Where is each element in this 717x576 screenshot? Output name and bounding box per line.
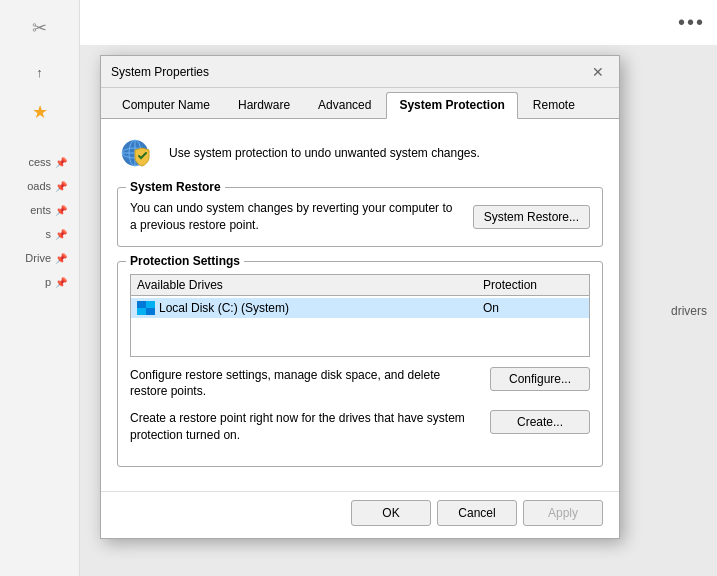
col-protection-header: Protection bbox=[483, 278, 583, 292]
tab-advanced[interactable]: Advanced bbox=[305, 92, 384, 118]
table-row[interactable]: Local Disk (C:) (System) On bbox=[131, 298, 589, 318]
up-nav-button[interactable]: ↑ bbox=[22, 54, 58, 90]
configure-description: Configure restore settings, manage disk … bbox=[130, 367, 478, 401]
configure-button[interactable]: Configure... bbox=[490, 367, 590, 391]
sidebar-item-4[interactable]: Drive 📌 bbox=[8, 250, 71, 266]
drive-icon bbox=[137, 301, 155, 315]
cancel-button[interactable]: Cancel bbox=[437, 500, 517, 526]
sidebar-items: cess 📌 oads 📌 ents 📌 s 📌 Drive 📌 p 📌 bbox=[0, 154, 79, 290]
protection-settings-legend: Protection Settings bbox=[126, 254, 244, 268]
tab-system-protection[interactable]: System Protection bbox=[386, 92, 517, 119]
content-top-bar: ••• bbox=[80, 0, 717, 45]
tab-computer-name[interactable]: Computer Name bbox=[109, 92, 223, 118]
drive-name: Local Disk (C:) (System) bbox=[159, 301, 483, 315]
sidebar-item-3[interactable]: s 📌 bbox=[8, 226, 71, 242]
sidebar-item-label-0: cess bbox=[28, 156, 51, 168]
content-area: ••• drivers System Properties ✕ Computer… bbox=[80, 0, 717, 576]
system-protection-icon bbox=[119, 135, 155, 171]
sidebar-item-label-4: Drive bbox=[25, 252, 51, 264]
dialog-titlebar: System Properties ✕ bbox=[101, 56, 619, 88]
system-restore-description: You can undo system changes by reverting… bbox=[130, 200, 461, 234]
sidebar-item-1[interactable]: oads 📌 bbox=[8, 178, 71, 194]
scissors-icon: ✂ bbox=[22, 10, 58, 46]
dots-menu-button[interactable]: ••• bbox=[678, 11, 705, 34]
sidebar: ✂ ↑ ★ cess 📌 oads 📌 ents 📌 s 📌 Drive 📌 p… bbox=[0, 0, 80, 576]
protection-table-header: Available Drives Protection bbox=[131, 275, 589, 296]
sidebar-item-label-3: s bbox=[46, 228, 52, 240]
dialog-tabs: Computer Name Hardware Advanced System P… bbox=[101, 88, 619, 119]
dialog-footer: OK Cancel Apply bbox=[101, 491, 619, 538]
star-button[interactable]: ★ bbox=[22, 94, 58, 130]
sidebar-item-label-2: ents bbox=[30, 204, 51, 216]
sidebar-item-2[interactable]: ents 📌 bbox=[8, 202, 71, 218]
pin-icon-2: 📌 bbox=[55, 205, 67, 216]
configure-action-row: Configure restore settings, manage disk … bbox=[130, 367, 590, 401]
create-button[interactable]: Create... bbox=[490, 410, 590, 434]
dialog-title: System Properties bbox=[111, 65, 209, 79]
svg-rect-7 bbox=[137, 308, 146, 315]
dialog-body: Use system protection to undo unwanted s… bbox=[101, 119, 619, 491]
pin-icon-3: 📌 bbox=[55, 229, 67, 240]
dialog-header-description: Use system protection to undo unwanted s… bbox=[169, 146, 480, 160]
system-restore-group: System Restore You can undo system chang… bbox=[117, 187, 603, 247]
pin-icon-0: 📌 bbox=[55, 157, 67, 168]
shield-icon-wrapper bbox=[117, 133, 157, 173]
pin-icon-1: 📌 bbox=[55, 181, 67, 192]
protection-table-body: Local Disk (C:) (System) On bbox=[131, 296, 589, 356]
system-restore-legend: System Restore bbox=[126, 180, 225, 194]
dialog-header-section: Use system protection to undo unwanted s… bbox=[117, 133, 603, 173]
col-drive-header: Available Drives bbox=[137, 278, 483, 292]
tab-hardware[interactable]: Hardware bbox=[225, 92, 303, 118]
sidebar-item-label-5: p bbox=[45, 276, 51, 288]
sidebar-item-5[interactable]: p 📌 bbox=[8, 274, 71, 290]
dialog-close-button[interactable]: ✕ bbox=[587, 61, 609, 83]
create-action-row: Create a restore point right now for the… bbox=[130, 410, 590, 444]
pin-icon-5: 📌 bbox=[55, 277, 67, 288]
system-properties-dialog: System Properties ✕ Computer Name Hardwa… bbox=[100, 55, 620, 539]
protection-table: Available Drives Protection bbox=[130, 274, 590, 357]
svg-rect-8 bbox=[146, 308, 155, 315]
sidebar-item-label-1: oads bbox=[27, 180, 51, 192]
apply-button[interactable]: Apply bbox=[523, 500, 603, 526]
create-description: Create a restore point right now for the… bbox=[130, 410, 478, 444]
pin-icon-4: 📌 bbox=[55, 253, 67, 264]
protection-settings-group: Protection Settings Available Drives Pro… bbox=[117, 261, 603, 467]
svg-rect-6 bbox=[146, 301, 155, 308]
drive-protection-status: On bbox=[483, 301, 583, 315]
system-restore-button[interactable]: System Restore... bbox=[473, 205, 590, 229]
svg-rect-5 bbox=[137, 301, 146, 308]
system-restore-content: You can undo system changes by reverting… bbox=[130, 200, 590, 234]
content-main: drivers System Properties ✕ Computer Nam… bbox=[80, 45, 717, 576]
sidebar-item-0[interactable]: cess 📌 bbox=[8, 154, 71, 170]
ok-button[interactable]: OK bbox=[351, 500, 431, 526]
tab-remote[interactable]: Remote bbox=[520, 92, 588, 118]
drivers-label: drivers bbox=[671, 304, 707, 318]
